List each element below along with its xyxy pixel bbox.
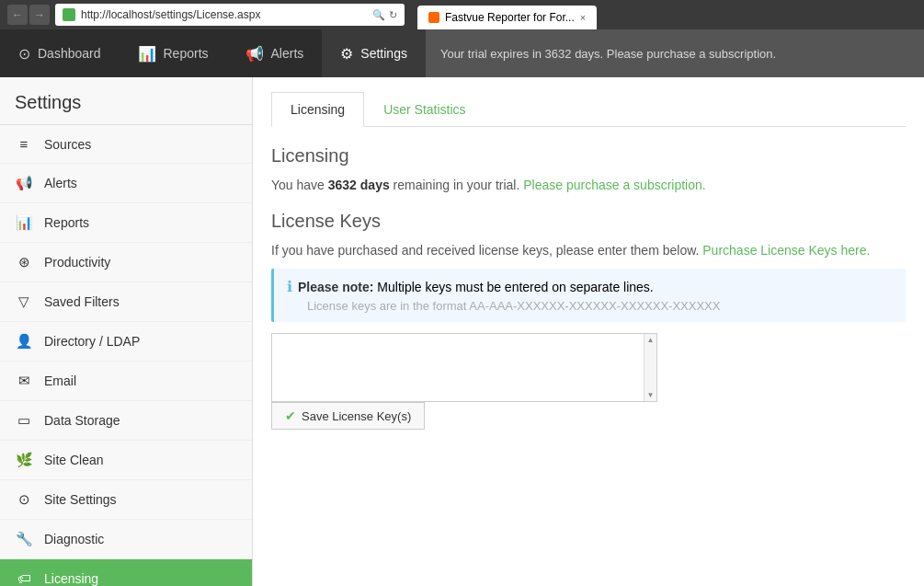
license-key-input[interactable]: [272, 334, 656, 398]
sidebar: Settings ≡ Sources 📢 Alerts 📊 Reports ⊛ …: [0, 77, 253, 586]
sidebar-item-saved-filters[interactable]: ▽ Saved Filters: [0, 282, 252, 322]
sidebar-item-alerts[interactable]: 📢 Alerts: [0, 164, 252, 203]
tab-favicon-icon: [428, 12, 439, 23]
address-icons: 🔍 ↻: [372, 9, 397, 21]
license-keys-title: License Keys: [271, 211, 906, 232]
productivity-icon: ⊛: [15, 254, 33, 270]
dashboard-icon: ⊙: [18, 45, 30, 63]
email-icon: ✉: [15, 373, 33, 389]
site-clean-icon: 🌿: [15, 452, 33, 468]
sidebar-item-productivity[interactable]: ⊛ Productivity: [0, 243, 252, 282]
save-license-key-button[interactable]: ✔ Save License Key(s): [271, 402, 425, 430]
reports-icon: 📊: [138, 45, 156, 63]
tab-close-button[interactable]: ×: [580, 12, 586, 23]
sidebar-item-site-clean[interactable]: 🌿 Site Clean: [0, 441, 252, 480]
license-keys-section: License Keys If you have purchased and r…: [271, 211, 906, 430]
main-layout: Settings ≡ Sources 📢 Alerts 📊 Reports ⊛ …: [0, 77, 924, 586]
sidebar-item-directory-ldap[interactable]: 👤 Directory / LDAP: [0, 322, 252, 362]
sidebar-label-reports: Reports: [44, 215, 89, 230]
tab-licensing-label: Licensing: [291, 102, 345, 117]
sidebar-label-licensing: Licensing: [44, 571, 98, 586]
active-browser-tab[interactable]: Fastvue Reporter for For... ×: [417, 6, 597, 29]
tab-user-statistics-label: User Statistics: [383, 102, 465, 117]
nav-alerts[interactable]: 📢 Alerts: [227, 29, 323, 77]
content-inner: Licensing User Statistics Licensing You …: [253, 77, 924, 444]
scroll-down-arrow[interactable]: ▼: [647, 391, 655, 399]
licensing-section-title: Licensing: [271, 145, 906, 167]
sidebar-label-alerts: Alerts: [44, 176, 77, 190]
licensing-icon: 🏷: [15, 570, 33, 586]
nav-alerts-label: Alerts: [271, 46, 304, 61]
directory-icon: 👤: [15, 333, 33, 350]
sidebar-label-site-clean: Site Clean: [44, 453, 104, 467]
info-note-text: Multiple keys must be entered on separat…: [373, 280, 653, 294]
nav-dashboard-label: Dashboard: [38, 46, 101, 61]
trial-days: 3632 days: [328, 178, 390, 192]
scrollbar-track[interactable]: ▲ ▼: [644, 334, 656, 401]
nav-dashboard[interactable]: ⊙ Dashboard: [0, 29, 120, 77]
license-key-input-wrapper: ▲ ▼: [271, 333, 657, 402]
sidebar-label-sources: Sources: [44, 137, 91, 152]
trial-prefix: You have: [271, 178, 328, 192]
sidebar-item-sources[interactable]: ≡ Sources: [0, 125, 252, 164]
data-storage-icon: ▭: [15, 412, 33, 429]
forward-button[interactable]: →: [29, 5, 50, 25]
info-box: ℹPlease note: Multiple keys must be ente…: [271, 269, 906, 322]
sidebar-label-site-settings: Site Settings: [44, 492, 117, 507]
url-text: http://localhost/settings/License.aspx: [81, 8, 367, 21]
sidebar-item-site-settings[interactable]: ⊙ Site Settings: [0, 480, 252, 520]
info-note-bold: Please note:: [298, 280, 373, 294]
reports-sidebar-icon: 📊: [15, 214, 33, 231]
checkmark-icon: ✔: [285, 408, 296, 423]
nav-reports-label: Reports: [164, 46, 209, 61]
info-format-text: License keys are in the format AA-AAA-XX…: [287, 299, 893, 313]
content-area: Licensing User Statistics Licensing You …: [253, 77, 924, 586]
trial-banner: Your trial expires in 3632 days. Please …: [426, 29, 924, 77]
sidebar-item-data-storage[interactable]: ▭ Data Storage: [0, 401, 252, 441]
sidebar-label-productivity: Productivity: [44, 255, 110, 270]
address-bar[interactable]: http://localhost/settings/License.aspx 🔍…: [55, 4, 405, 26]
search-icon: 🔍: [372, 9, 385, 21]
alerts-sidebar-icon: 📢: [15, 175, 33, 191]
trial-banner-text: Your trial expires in 3632 days. Please …: [440, 47, 776, 61]
sidebar-label-directory: Directory / LDAP: [44, 334, 140, 349]
license-keys-desc-text: If you have purchased and received licen…: [271, 243, 699, 258]
sidebar-item-reports[interactable]: 📊 Reports: [0, 203, 252, 243]
nav-settings[interactable]: ⚙ Settings: [322, 29, 426, 77]
purchase-subscription-link[interactable]: Please purchase a subscription.: [523, 178, 705, 192]
sidebar-item-diagnostic[interactable]: 🔧 Diagnostic: [0, 520, 252, 559]
tabs-bar: Fastvue Reporter for For... ×: [417, 0, 597, 29]
tab-bar: Licensing User Statistics: [271, 92, 906, 127]
diagnostic-icon: 🔧: [15, 531, 33, 547]
settings-title: Settings: [0, 77, 252, 125]
app-header: ⊙ Dashboard 📊 Reports 📢 Alerts ⚙ Setting…: [0, 29, 924, 77]
trial-info-text: You have 3632 days remaining in your tri…: [271, 178, 906, 192]
save-button-label: Save License Key(s): [302, 409, 411, 423]
nav-arrows: ← →: [7, 5, 50, 25]
purchase-keys-link[interactable]: Purchase License Keys here.: [702, 243, 870, 258]
trial-suffix: remaining in your trial.: [390, 178, 520, 192]
refresh-icon[interactable]: ↻: [389, 9, 397, 21]
back-button[interactable]: ←: [7, 5, 28, 25]
tab-user-statistics[interactable]: User Statistics: [364, 92, 485, 126]
browser-chrome: ← → http://localhost/settings/License.as…: [0, 0, 924, 29]
nav-reports[interactable]: 📊 Reports: [120, 29, 227, 77]
sidebar-item-email[interactable]: ✉ Email: [0, 362, 252, 401]
nav-settings-label: Settings: [360, 46, 407, 61]
info-icon: ℹ: [287, 279, 292, 294]
sidebar-label-diagnostic: Diagnostic: [44, 532, 104, 546]
settings-icon: ⚙: [340, 45, 353, 63]
tab-label: Fastvue Reporter for For...: [445, 11, 575, 24]
favicon-icon: [63, 8, 75, 21]
license-keys-desc: If you have purchased and received licen…: [271, 243, 906, 258]
sidebar-label-saved-filters: Saved Filters: [44, 294, 120, 309]
sidebar-item-licensing[interactable]: 🏷 Licensing: [0, 559, 252, 586]
sources-icon: ≡: [15, 136, 33, 152]
scroll-up-arrow[interactable]: ▲: [647, 336, 655, 344]
sidebar-label-data-storage: Data Storage: [44, 413, 120, 428]
site-settings-icon: ⊙: [15, 491, 33, 508]
sidebar-label-email: Email: [44, 373, 76, 388]
alerts-icon: 📢: [245, 45, 264, 63]
saved-filters-icon: ▽: [15, 293, 33, 310]
tab-licensing[interactable]: Licensing: [271, 92, 364, 127]
